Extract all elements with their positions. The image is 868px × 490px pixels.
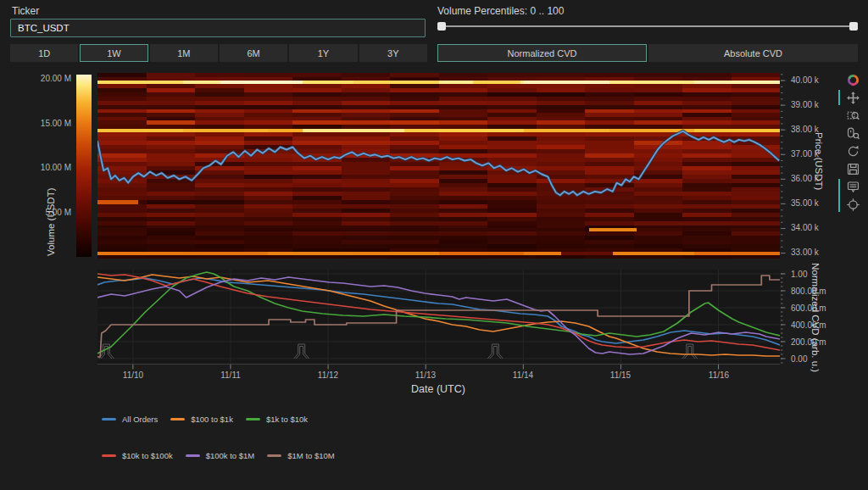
volume-percentiles-slider[interactable] (437, 19, 858, 34)
range-button-group: 1D 1W 1M 6M 1Y 3Y (10, 44, 427, 62)
price-tick: 33.00 k (791, 248, 842, 257)
legend-label: $100 to $1k (191, 415, 233, 424)
bokeh-logo[interactable] (844, 71, 861, 88)
range-button-1m[interactable]: 1M (150, 44, 218, 62)
date-tick: 11/13 (407, 370, 444, 380)
range-button-1w[interactable]: 1W (80, 44, 147, 62)
date-tick: 11/15 (602, 370, 639, 380)
cvd-axis-title: Normalized CVD (arb. u.) (810, 263, 821, 372)
legend-swatch (170, 418, 185, 420)
range-button-1d[interactable]: 1D (10, 44, 78, 62)
slider-handle-min[interactable] (437, 22, 446, 31)
ticker-input[interactable] (10, 19, 426, 37)
legend-label: All Orders (122, 415, 158, 424)
legend-swatch (102, 418, 116, 420)
cvd-axis-ticks (780, 270, 788, 365)
date-tick: 11/11 (212, 370, 249, 380)
pan-tool-icon[interactable] (844, 89, 861, 106)
legend-item: All Orders (102, 415, 158, 424)
date-axis-title: Date (UTC) (352, 383, 525, 395)
hover-tool-icon[interactable] (844, 178, 861, 195)
box-zoom-tool-icon[interactable] (844, 107, 861, 124)
volume-colorbar (76, 75, 92, 257)
legend-item: $100 to $1k (170, 415, 233, 424)
legend-item: $1k to $10k (246, 415, 308, 424)
colorbar-axis-title: Volume (USDT) (46, 187, 56, 256)
absolute-cvd-button[interactable]: Absolute CVD (648, 44, 858, 62)
colorbar-tick: 15.00 M (22, 119, 71, 128)
legend-item: $100k to $1M (186, 451, 255, 460)
colorbar-tick: 20.00 M (22, 74, 71, 83)
heatmap-plot[interactable] (97, 73, 780, 259)
price-axis-ticks (780, 73, 788, 259)
legend-swatch (102, 454, 116, 457)
cvd-plot[interactable] (97, 270, 780, 365)
legend-label: $10k to $100k (122, 451, 173, 460)
cvd-canvas[interactable] (97, 270, 780, 365)
normalized-cvd-button[interactable]: Normalized CVD (437, 44, 647, 62)
slider-track[interactable] (437, 25, 858, 27)
legend-swatch (267, 454, 281, 457)
legend-item: $10k to $100k (102, 451, 173, 460)
colorbar-tick: 10.00 M (22, 163, 71, 172)
price-tick: 39.00 k (791, 100, 842, 109)
legend-swatch (246, 418, 260, 420)
heatmap-canvas[interactable] (97, 73, 780, 259)
cvd-button-group: Normalized CVD Absolute CVD (437, 44, 858, 62)
date-tick: 11/10 (114, 370, 152, 380)
legend-label: $1k to $10k (266, 415, 308, 424)
save-tool-icon[interactable] (844, 160, 861, 177)
range-button-6m[interactable]: 6M (220, 44, 287, 62)
legend-row: $10k to $100k $100k to $1M $1M to $10M (102, 451, 335, 460)
legend-row: All Orders $100 to $1k $1k to $10k (102, 415, 308, 424)
volume-percentiles-label: Volume Percentiles: 0 .. 100 (437, 5, 564, 17)
price-tick: 35.00 k (791, 198, 842, 208)
crosshair-tool-icon[interactable] (844, 196, 861, 213)
date-tick: 11/16 (700, 370, 737, 380)
date-tick: 11/12 (309, 370, 347, 380)
price-tick: 40.00 k (791, 75, 842, 85)
legend-swatch (186, 454, 200, 457)
wheel-zoom-tool-icon[interactable] (844, 125, 861, 142)
legend-item: $1M to $10M (267, 451, 334, 460)
price-tick: 34.00 k (791, 223, 842, 232)
reset-tool-icon[interactable] (844, 142, 861, 159)
date-tick: 11/14 (504, 370, 542, 380)
app-root: Ticker Volume Percentiles: 0 .. 100 1D 1… (0, 0, 868, 490)
legend-label: $1M to $10M (287, 451, 334, 460)
slider-handle-max[interactable] (849, 22, 858, 31)
price-axis-title: Price (USDT) (814, 132, 824, 190)
legend-label: $100k to $1M (206, 451, 255, 460)
ticker-label: Ticker (12, 5, 39, 17)
range-button-3y[interactable]: 3Y (359, 44, 427, 62)
range-button-1y[interactable]: 1Y (289, 44, 357, 62)
plot-toolbar (844, 71, 861, 213)
